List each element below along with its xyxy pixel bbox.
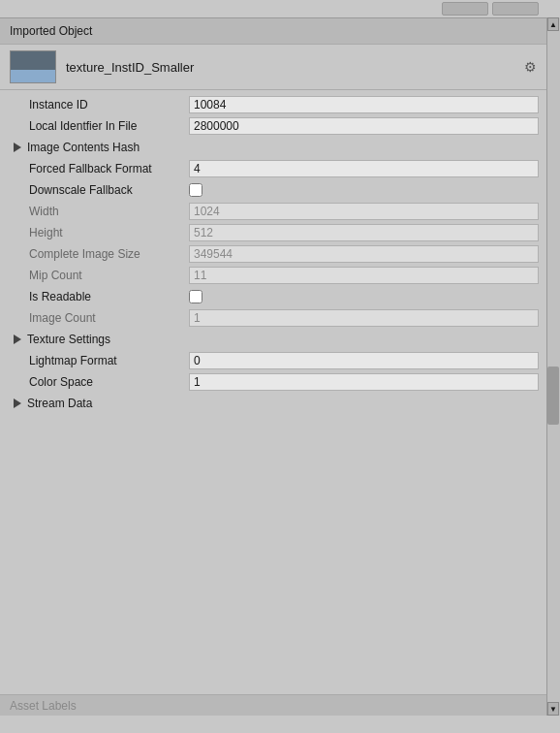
section-texture-settings[interactable]: Texture Settings — [0, 329, 546, 350]
asset-row: texture_InstID_Smaller ⚙ — [0, 45, 546, 90]
triangle-icon-stream-data — [10, 396, 25, 411]
prop-label-forced-fallback: Forced Fallback Format — [0, 162, 189, 175]
panel-header: Imported Object — [0, 18, 546, 45]
prop-field-complete-image-size[interactable] — [189, 245, 539, 263]
prop-label-height: Height — [0, 226, 189, 239]
prop-label-complete-image-size: Complete Image Size — [0, 247, 189, 261]
scrollbar-thumb[interactable] — [547, 366, 559, 425]
prop-field-local-id[interactable] — [189, 117, 539, 135]
prop-image-count: Image Count — [0, 307, 546, 329]
prop-mip-count: Mip Count — [0, 265, 546, 286]
prop-forced-fallback: Forced Fallback Format — [0, 158, 546, 179]
prop-label-local-id: Local Identfier In File — [0, 119, 189, 133]
prop-field-color-space[interactable] — [189, 373, 539, 391]
section-image-contents-hash[interactable]: Image Contents Hash — [0, 137, 546, 158]
prop-field-instance-id[interactable] — [189, 96, 539, 113]
prop-instance-id: Instance ID — [0, 94, 546, 115]
imported-object-panel: Imported Object texture_InstID_Smaller ⚙… — [0, 17, 546, 418]
prop-label-image-count: Image Count — [0, 311, 189, 325]
top-button-1[interactable] — [442, 2, 488, 16]
prop-width: Width — [0, 201, 546, 222]
gear-icon[interactable]: ⚙ — [524, 59, 537, 75]
prop-label-mip-count: Mip Count — [0, 269, 189, 282]
prop-is-readable: Is Readable — [0, 286, 546, 307]
prop-field-height[interactable] — [189, 224, 539, 241]
bottom-label-text: Asset Labels — [10, 699, 77, 713]
prop-checkbox-downscale-fallback[interactable] — [189, 183, 202, 197]
scrollbar: ▲ ▼ — [546, 17, 560, 716]
triangle-icon-texture-settings — [10, 332, 25, 347]
prop-label-color-space: Color Space — [0, 375, 189, 389]
triangle-icon-image-hash — [10, 140, 25, 155]
scroll-arrow-up[interactable]: ▲ — [547, 17, 559, 31]
prop-complete-image-size: Complete Image Size — [0, 243, 546, 265]
top-bar — [0, 0, 546, 17]
section-stream-data[interactable]: Stream Data — [0, 393, 546, 414]
section-label-stream-data: Stream Data — [27, 397, 92, 410]
section-label-texture-settings: Texture Settings — [27, 333, 110, 346]
asset-thumbnail — [10, 50, 56, 83]
prop-field-lightmap-format[interactable] — [189, 352, 539, 369]
prop-lightmap-format: Lightmap Format — [0, 350, 546, 371]
top-button-2[interactable] — [492, 2, 539, 16]
prop-label-lightmap-format: Lightmap Format — [0, 354, 189, 367]
bottom-label: Asset Labels — [0, 694, 546, 716]
panel-title: Imported Object — [10, 24, 92, 38]
prop-checkbox-is-readable[interactable] — [189, 290, 202, 303]
scroll-arrow-down[interactable]: ▼ — [547, 702, 559, 716]
prop-label-instance-id: Instance ID — [0, 98, 189, 112]
prop-field-forced-fallback[interactable] — [189, 160, 539, 177]
prop-local-id: Local Identfier In File — [0, 115, 546, 137]
prop-color-space: Color Space — [0, 371, 546, 393]
prop-downscale-fallback: Downscale Fallback — [0, 179, 546, 201]
prop-label-is-readable: Is Readable — [0, 290, 189, 303]
section-label-image-hash: Image Contents Hash — [27, 141, 140, 154]
prop-label-width: Width — [0, 205, 189, 218]
prop-field-width[interactable] — [189, 203, 539, 220]
prop-height: Height — [0, 222, 546, 243]
properties-area: Instance ID Local Identfier In File Imag… — [0, 90, 546, 418]
prop-field-mip-count[interactable] — [189, 267, 539, 284]
prop-label-downscale-fallback: Downscale Fallback — [0, 183, 189, 197]
prop-field-image-count[interactable] — [189, 309, 539, 327]
asset-name: texture_InstID_Smaller — [66, 60, 514, 75]
